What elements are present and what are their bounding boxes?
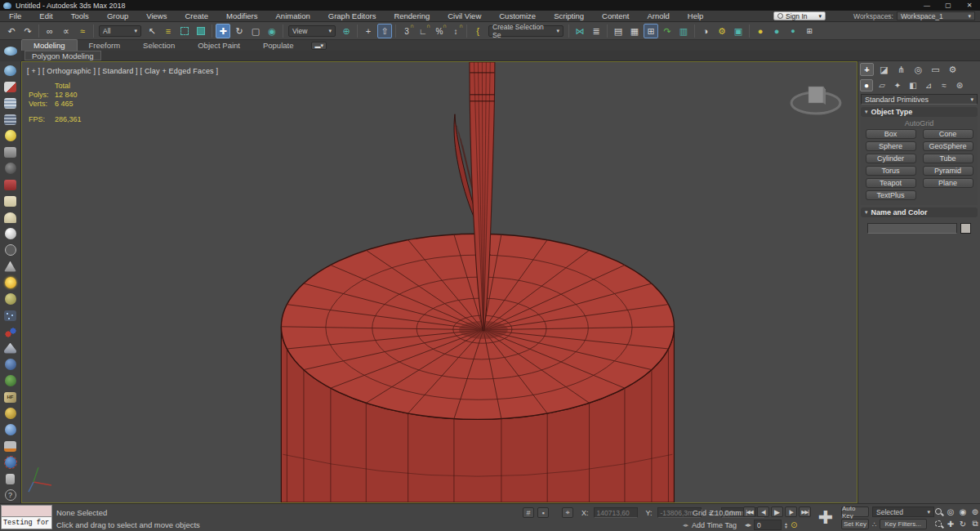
toolbox-icon[interactable] bbox=[1, 176, 20, 193]
new-key-tangent-icon[interactable]: ∴ bbox=[872, 520, 877, 529]
menu-modifiers[interactable]: Modifiers bbox=[217, 11, 267, 20]
menu-scripting[interactable]: Scripting bbox=[545, 11, 593, 20]
textplus-button[interactable]: TextPlus bbox=[866, 190, 916, 200]
motion-tab-icon[interactable]: ◎ bbox=[911, 63, 925, 76]
menu-arnold[interactable]: Arnold bbox=[638, 11, 678, 20]
go-to-end-button[interactable]: ▶▶| bbox=[799, 506, 811, 517]
wire-sphere-icon[interactable] bbox=[1, 242, 20, 258]
image-editor-icon[interactable] bbox=[1, 78, 20, 95]
listener-script-row[interactable]: Testing for ; bbox=[1, 517, 52, 529]
bind-to-space-warp-icon[interactable]: ≈ bbox=[75, 24, 90, 38]
edit-named-selection-sets-icon[interactable]: { bbox=[470, 24, 485, 38]
select-and-rotate-icon[interactable]: ↻ bbox=[232, 24, 247, 38]
pyramid-export-icon[interactable] bbox=[1, 340, 20, 356]
previous-frame-button[interactable]: ◀| bbox=[757, 506, 769, 517]
ribbon-config-dropdown[interactable]: ▬ ▾ bbox=[311, 42, 327, 50]
listener-macro-row[interactable] bbox=[1, 505, 52, 517]
hf-feather-icon[interactable]: HF bbox=[1, 389, 20, 405]
snap-toggle-3d-icon[interactable]: 3∩ bbox=[399, 24, 414, 38]
spreadsheet-dark-icon[interactable] bbox=[1, 111, 20, 127]
sign-in-button[interactable]: Sign In ▾ bbox=[773, 11, 826, 20]
lights-icon[interactable]: ✦ bbox=[891, 79, 904, 91]
shapes-icon[interactable]: ▱ bbox=[875, 79, 889, 91]
asset-compare-icon[interactable]: ⊞ bbox=[802, 24, 817, 38]
rectangular-selection-region-icon[interactable] bbox=[177, 24, 192, 38]
auto-key-button[interactable]: Auto Key bbox=[841, 506, 869, 517]
zoom-all-icon[interactable]: ◎ bbox=[945, 506, 956, 517]
helpers-icon[interactable]: ⊿ bbox=[922, 79, 935, 91]
menu-group[interactable]: Group bbox=[98, 11, 137, 20]
zoom-extents-all-icon[interactable]: ⊚ bbox=[969, 506, 980, 517]
unlink-selection-icon[interactable]: ∝ bbox=[59, 24, 74, 38]
render-iterative-icon[interactable]: ● bbox=[769, 24, 784, 38]
autogrid-checkbox-label[interactable]: AutoGrid bbox=[861, 117, 978, 129]
box-button[interactable]: Box bbox=[866, 129, 916, 139]
isolate-selection-icon[interactable]: # bbox=[523, 507, 534, 518]
material-editor-icon[interactable]: ◑ bbox=[698, 24, 713, 38]
document-icon[interactable] bbox=[1, 471, 20, 487]
select-object-icon[interactable]: ↖ bbox=[145, 24, 159, 38]
scene-explorer-icon[interactable]: ▤ bbox=[611, 24, 626, 38]
workspace-dropdown[interactable]: Workspace_1 ▾ bbox=[897, 11, 975, 20]
menu-animation[interactable]: Animation bbox=[267, 11, 319, 20]
help-icon[interactable]: ? bbox=[1, 487, 20, 503]
undo-icon[interactable]: ↶ bbox=[4, 24, 19, 38]
ribbon-teapot-icon[interactable] bbox=[0, 40, 21, 61]
maxscript-mini-listener[interactable]: Testing for ; bbox=[1, 505, 52, 529]
name-and-color-rollout[interactable]: ▾ Name and Color bbox=[861, 207, 978, 217]
camera-icon[interactable] bbox=[1, 144, 20, 160]
percent-snap-icon[interactable]: %∩ bbox=[432, 24, 447, 38]
frame-spinner[interactable]: ▲▼ bbox=[784, 522, 788, 529]
speaker-icon[interactable] bbox=[1, 160, 20, 176]
maximize-viewport-icon[interactable]: ⧉ bbox=[969, 518, 980, 529]
sun-icon[interactable] bbox=[1, 274, 20, 291]
tab-object-paint[interactable]: Object Paint bbox=[186, 40, 252, 51]
menu-create[interactable]: Create bbox=[176, 11, 217, 20]
zoom-extents-icon[interactable]: ◉ bbox=[957, 506, 969, 517]
tab-populate[interactable]: Populate bbox=[252, 40, 305, 51]
systems-icon[interactable]: ⊛ bbox=[953, 79, 966, 91]
sphere-button[interactable]: Sphere bbox=[866, 141, 916, 151]
spreadsheet-icon[interactable] bbox=[1, 95, 20, 111]
selection-lock-icon[interactable]: ▪ bbox=[537, 507, 549, 518]
key-selection-dropdown[interactable]: Selected▾ bbox=[872, 506, 934, 517]
angle-snap-icon[interactable]: ∟∩ bbox=[416, 24, 430, 38]
pyramid-button[interactable]: Pyramid bbox=[923, 166, 973, 176]
object-name-input[interactable] bbox=[867, 223, 957, 234]
knot-icon[interactable] bbox=[1, 405, 20, 422]
time-configuration-icon[interactable]: ⊙ bbox=[791, 520, 797, 529]
cylinder-button[interactable]: Cylinder bbox=[866, 154, 916, 163]
align-icon[interactable]: ≣ bbox=[589, 24, 604, 38]
hierarchy-tab-icon[interactable]: ⋔ bbox=[894, 63, 908, 76]
teapot-icon[interactable] bbox=[1, 62, 20, 78]
viewport-label[interactable]: [ + ] [ Orthographic ] [ Standard ] [ Cl… bbox=[27, 67, 218, 75]
space-warps-icon[interactable]: ≈ bbox=[938, 79, 951, 91]
spinner-snap-icon[interactable]: ↕∩ bbox=[448, 24, 463, 38]
particles-icon[interactable] bbox=[1, 307, 20, 324]
menu-rendering[interactable]: Rendering bbox=[385, 11, 439, 20]
x-coordinate-field[interactable]: 140713,60 bbox=[594, 507, 638, 518]
select-and-place-icon[interactable]: ◉ bbox=[265, 24, 279, 38]
play-button[interactable]: ▶ bbox=[771, 506, 783, 517]
sphere-olive-icon[interactable] bbox=[1, 291, 20, 307]
zoom-region-icon[interactable] bbox=[933, 518, 944, 529]
close-button[interactable]: ✕ bbox=[959, 2, 980, 9]
redo-icon[interactable]: ↷ bbox=[20, 24, 35, 38]
clipboard-icon[interactable] bbox=[1, 438, 20, 454]
primitives-category-dropdown[interactable]: Standard Primitives ▾ bbox=[861, 94, 978, 105]
molecule-icon[interactable] bbox=[1, 324, 20, 340]
pan-icon[interactable]: ✚ bbox=[945, 518, 956, 529]
minimize-button[interactable]: — bbox=[916, 2, 938, 9]
cone-button[interactable]: Cone bbox=[923, 129, 973, 139]
menu-help[interactable]: Help bbox=[679, 11, 713, 20]
select-and-scale-icon[interactable]: ▢ bbox=[248, 24, 263, 38]
orbit-icon[interactable]: ↻ bbox=[957, 518, 969, 529]
tab-selection[interactable]: Selection bbox=[131, 40, 186, 51]
render-production-icon[interactable]: ● bbox=[753, 24, 768, 38]
light-icon[interactable] bbox=[1, 127, 20, 144]
tube-button[interactable]: Tube bbox=[923, 154, 973, 163]
create-tab-icon[interactable]: + bbox=[860, 63, 874, 76]
select-and-move-icon[interactable]: ✚ bbox=[216, 24, 230, 38]
next-frame-button[interactable]: |▶ bbox=[785, 506, 797, 517]
cameras-icon[interactable]: ◧ bbox=[906, 79, 920, 91]
